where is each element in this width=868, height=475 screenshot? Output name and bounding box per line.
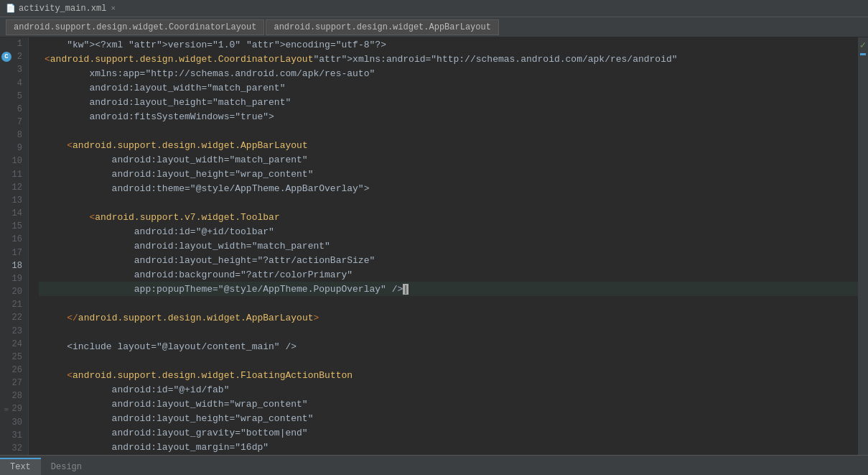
code-line: android:theme="@style/AppTheme.AppBarOve… (39, 181, 858, 195)
code-line: <android.support.design.widget.AppBarLay… (39, 138, 858, 152)
fold-indicator (29, 354, 39, 368)
tab-text[interactable]: Text (0, 458, 41, 475)
line-number: 11 (0, 168, 28, 181)
code-editor[interactable]: "kw"><?xml "attr">version="1.0" "attr">e… (39, 37, 858, 455)
code-line: android:layout_height="match_parent" (39, 95, 858, 109)
fold-indicator (29, 181, 39, 195)
code-line: android:layout_height="wrap_content" (39, 167, 858, 181)
breadcrumb-appbarlayout[interactable]: android.support.design.widget.AppBarLayo… (266, 19, 498, 35)
code-line (39, 195, 858, 210)
file-tab[interactable]: activity_main.xml (19, 4, 106, 14)
title-bar: 📄 activity_main.xml × (0, 0, 868, 17)
fold-indicator (29, 282, 39, 296)
line-number: 1 (0, 37, 28, 50)
line-number: 5 (0, 90, 28, 103)
code-line: <android.support.v7.widget.Toolbar (39, 210, 858, 224)
fold-indicator (29, 296, 39, 310)
fold-indicator (29, 224, 39, 239)
breadcrumb-bar: android.support.design.widget.Coordinato… (0, 17, 868, 37)
line-number: 22 (0, 311, 28, 324)
right-gutter: ✓ (858, 37, 868, 455)
fold-indicator (29, 267, 39, 282)
code-line: android:layout_width="wrap_content" (39, 397, 858, 411)
bottom-tabs: Text Design (0, 455, 868, 475)
line-number: 21 (0, 298, 28, 311)
fold-indicator (29, 339, 39, 354)
fold-indicator (29, 210, 39, 224)
line-number: 18 (0, 259, 28, 272)
line-number: 20 (0, 285, 28, 298)
code-line: android:layout_width="match_parent" (39, 152, 858, 167)
file-icon: 📄 (6, 4, 16, 13)
fold-indicator (29, 454, 39, 455)
line-number: C2 (0, 50, 28, 63)
code-line: android:layout_width="match_parent" (39, 80, 858, 95)
line-number: 28 (0, 389, 28, 402)
line-number: 25 (0, 351, 28, 364)
fold-indicator (29, 152, 39, 167)
code-line: <android.support.design.widget.Coordinat… (39, 52, 858, 66)
code-line: app:popupTheme="@style/AppTheme.PopupOve… (39, 282, 858, 296)
line-number: 14 (0, 207, 28, 220)
code-line: xmlns:app="http://schemas.android.com/ap… (39, 66, 858, 80)
line-number: 31 (0, 429, 28, 442)
c-indicator: C (1, 52, 11, 62)
fold-indicator (29, 124, 39, 138)
code-line: android:background="?attr/colorPrimary" (39, 267, 858, 282)
fold-indicator (29, 397, 39, 411)
line-number: 8 (0, 129, 28, 142)
fold-indicator (29, 37, 39, 52)
code-line: android:layout_width="match_parent" (39, 239, 858, 253)
code-line: "kw"><?xml "attr">version="1.0" "attr">e… (39, 37, 858, 52)
fold-indicator (29, 368, 39, 382)
line-number-gutter: 1C23456789101112131415161718192021222324… (0, 37, 29, 455)
code-line (39, 325, 858, 339)
line-number: ✉29 (0, 402, 28, 415)
fold-indicator (29, 95, 39, 109)
code-line (39, 124, 858, 138)
fold-indicator (29, 310, 39, 325)
fold-indicator (29, 239, 39, 253)
fold-indicator (29, 167, 39, 181)
code-line (39, 296, 858, 310)
fold-indicator (29, 411, 39, 425)
fold-indicator (29, 66, 39, 80)
line-number: 10 (0, 155, 28, 167)
code-line: </android.support.design.widget.AppBarLa… (39, 310, 858, 325)
fold-indicator (29, 138, 39, 152)
tab-design[interactable]: Design (41, 458, 92, 475)
line-number: 24 (0, 338, 28, 351)
code-line (39, 354, 858, 368)
text-cursor: | (403, 284, 409, 295)
breadcrumb-coordinator[interactable]: android.support.design.widget.Coordinato… (6, 19, 264, 35)
email-icon: ✉ (1, 404, 11, 414)
fold-indicator (29, 440, 39, 454)
line-number: 27 (0, 377, 28, 389)
fold-indicator (29, 52, 39, 66)
fold-indicator (29, 109, 39, 124)
code-line: android:id="@+id/fab" (39, 382, 858, 397)
code-line: android:layout_margin="16dp" (39, 440, 858, 454)
scroll-position-indicator (860, 53, 866, 55)
line-number: 26 (0, 364, 28, 377)
validation-checkmark: ✓ (859, 37, 867, 52)
fold-indicator (29, 80, 39, 95)
code-line: android:id="@+id/toolbar" (39, 224, 858, 239)
line-number: 13 (0, 194, 28, 207)
fold-indicator (29, 382, 39, 397)
code-line: android:src="@android:drawable/ic_dialog… (39, 454, 858, 455)
code-line: android:layout_gravity="bottom|end" (39, 425, 858, 440)
fold-gutter (29, 37, 39, 455)
line-number: 6 (0, 103, 28, 116)
line-number: 15 (0, 220, 28, 233)
code-line: android:layout_height="wrap_content" (39, 411, 858, 425)
close-tab-button[interactable]: × (111, 4, 116, 13)
code-line: android:layout_height="?attr/actionBarSi… (39, 253, 858, 267)
fold-indicator (29, 253, 39, 267)
line-number: 4 (0, 76, 28, 89)
fold-indicator (29, 325, 39, 339)
line-number: 12 (0, 181, 28, 194)
code-line: <android.support.design.widget.FloatingA… (39, 368, 858, 382)
line-number: 32 (0, 442, 28, 455)
code-line: <include layout="@layout/content_main" /… (39, 339, 858, 354)
